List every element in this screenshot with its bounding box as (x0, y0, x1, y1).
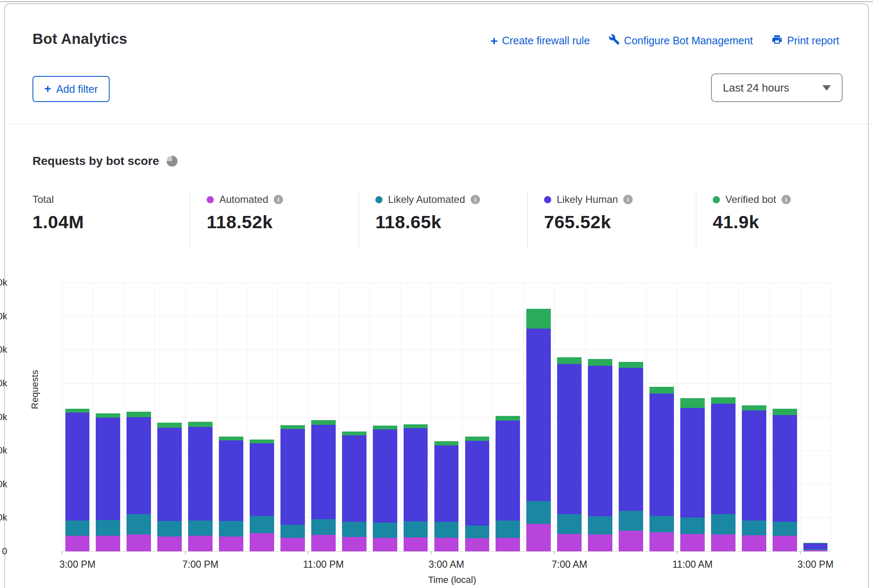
print-report-link[interactable]: Print report (771, 34, 839, 48)
bar-segment-verified_bot (280, 425, 305, 429)
automated-dot (207, 196, 214, 203)
plus-icon: + (490, 35, 498, 47)
bar-segment-verified_bot (219, 437, 243, 441)
bar-segment-likely_automated (557, 514, 582, 534)
chart-bar[interactable] (250, 440, 274, 551)
bar-segment-likely_automated (526, 501, 551, 524)
bar-segment-likely_automated (373, 523, 397, 538)
chart-bar[interactable] (280, 425, 305, 551)
bar-segment-automated (373, 538, 397, 551)
bar-segment-likely_automated (219, 521, 243, 537)
stat-total-value: 1.04M (32, 212, 84, 232)
x-tick-label: 3:00 PM (782, 559, 849, 570)
bar-segment-likely_human (188, 427, 213, 521)
bar-segment-likely_automated (280, 525, 305, 538)
bar-segment-verified_bot (96, 413, 120, 418)
chart-bar[interactable] (96, 413, 120, 551)
chart-bar[interactable] (649, 387, 674, 551)
header-divider (10, 124, 873, 124)
bar-segment-verified_bot (619, 362, 643, 368)
chart-bar[interactable] (65, 409, 90, 551)
x-tick-label: 3:00 PM (44, 559, 111, 570)
chart-bar[interactable] (465, 437, 490, 551)
stat-divider (358, 192, 359, 247)
bar-segment-likely_human (311, 425, 336, 520)
bar-segment-likely_automated (588, 516, 612, 534)
bar-segment-verified_bot (404, 424, 428, 428)
x-axis-title: Time (local) (410, 575, 494, 585)
bar-segment-automated (250, 533, 274, 551)
bar-segment-verified_bot (373, 426, 397, 429)
time-range-select[interactable]: Last 24 hours (711, 73, 843, 102)
plus-icon: + (44, 83, 51, 95)
x-tick-label: 11:00 AM (659, 559, 726, 570)
create-firewall-rule-link[interactable]: + Create firewall rule (490, 35, 590, 47)
chart-bar[interactable] (311, 421, 336, 552)
chart-bar[interactable] (434, 441, 459, 551)
y-tick-label: 30k (0, 445, 7, 456)
add-filter-label: Add filter (56, 83, 98, 95)
bar-segment-verified_bot (157, 423, 182, 428)
bar-segment-automated (219, 537, 243, 551)
y-axis-title: Requests (30, 370, 40, 409)
bar-segment-automated (803, 550, 828, 551)
x-tick-label: 3:00 AM (413, 559, 480, 570)
chevron-down-icon (822, 85, 831, 91)
chart-bar[interactable] (404, 424, 428, 551)
bar-segment-likely_human (496, 420, 520, 520)
page-title: Bot Analytics (32, 30, 127, 47)
bar-segment-verified_bot (711, 397, 736, 403)
stat-divider (190, 192, 190, 247)
chart-bar[interactable] (373, 426, 397, 551)
chart-bar[interactable] (526, 309, 551, 551)
chart-bar[interactable] (157, 423, 182, 551)
y-tick-label: 0 (0, 546, 7, 557)
x-axis-tick (800, 551, 800, 554)
section-title-row: Requests by bot score (32, 154, 178, 168)
bar-segment-likely_human (742, 410, 766, 520)
horizontal-gridline (62, 383, 831, 384)
add-filter-button[interactable]: + Add filter (32, 76, 110, 102)
bar-segment-automated (342, 537, 366, 551)
info-icon[interactable]: i (471, 195, 480, 204)
bar-segment-verified_bot (773, 409, 797, 415)
chart-bar[interactable] (219, 437, 243, 551)
chart-bar[interactable] (588, 359, 612, 551)
chart-bar[interactable] (342, 432, 366, 551)
chart-bar[interactable] (188, 422, 213, 551)
x-tick-label: 7:00 AM (536, 559, 603, 570)
bar-segment-automated (96, 536, 120, 551)
stat-verified-bot-value: 41.9k (713, 212, 791, 232)
info-icon[interactable]: i (623, 195, 633, 204)
bar-segment-likely_automated (773, 522, 797, 536)
chart-bar[interactable] (680, 398, 705, 551)
chart-bar[interactable] (557, 357, 582, 551)
bar-segment-likely_human (157, 428, 182, 521)
chart-bar[interactable] (619, 362, 643, 551)
stat-likely-automated: Likely Automated i 118.65k (375, 193, 480, 232)
chart-bar[interactable] (496, 416, 520, 551)
horizontal-gridline (62, 316, 831, 317)
stat-divider (527, 192, 528, 247)
bar-segment-likely_automated (496, 521, 520, 538)
bar-segment-likely_human (619, 368, 643, 510)
stat-verified-bot: Verified bot i 41.9k (713, 193, 791, 232)
chart-bar[interactable] (773, 409, 797, 551)
stat-likely-human-value: 765.52k (544, 212, 633, 232)
chart-bar[interactable] (803, 543, 828, 551)
bar-segment-likely_automated (619, 511, 643, 531)
bar-segment-likely_human (96, 418, 120, 520)
bar-segment-likely_human (127, 417, 151, 515)
y-tick-label: 60k (0, 344, 7, 355)
bar-segment-automated (434, 538, 459, 551)
bar-segment-verified_bot (680, 398, 705, 408)
bar-segment-automated (496, 538, 520, 551)
x-axis-tick (554, 551, 555, 554)
vertical-gridline (831, 283, 831, 551)
chart-bar[interactable] (742, 405, 766, 551)
chart-bar[interactable] (127, 412, 151, 551)
chart-bar[interactable] (711, 397, 736, 551)
configure-bot-management-link[interactable]: Configure Bot Management (609, 34, 753, 48)
info-icon[interactable]: i (274, 195, 283, 204)
info-icon[interactable]: i (781, 195, 791, 204)
